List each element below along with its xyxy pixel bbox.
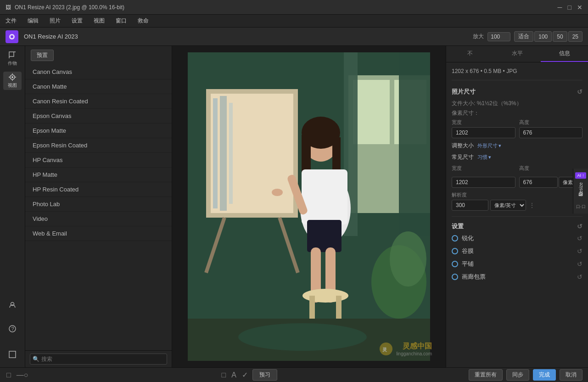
- preset-item-hp-resin-coated[interactable]: HP Resin Coated: [25, 182, 172, 197]
- minimize-btn[interactable]: ─: [558, 4, 562, 11]
- menu-photo[interactable]: 照片: [48, 16, 62, 26]
- preset-item-canon-canvas[interactable]: Canon Canvas: [25, 65, 172, 79]
- preset-item-video[interactable]: Video: [25, 212, 172, 226]
- menu-edit[interactable]: 编辑: [26, 16, 40, 26]
- setting-row-tile: 平铺 ↺: [452, 260, 582, 268]
- gallery-toggle[interactable]: [452, 274, 458, 280]
- tab-not[interactable]: 不: [446, 46, 493, 62]
- sharpen-reset[interactable]: ↺: [577, 235, 582, 242]
- preset-item-canon-resin-coated[interactable]: Canon Resin Coated: [25, 94, 172, 109]
- tile-label: 平铺: [462, 260, 573, 268]
- svg-point-1: [11, 35, 13, 38]
- zoom-input[interactable]: [487, 32, 510, 41]
- height-value-input[interactable]: [519, 177, 558, 188]
- crop-tool-label: 作物: [8, 60, 17, 67]
- settings-title: 设置 ↺: [452, 222, 582, 230]
- grain-label: 谷膜: [462, 247, 573, 255]
- sharpen-toggle[interactable]: [452, 235, 458, 242]
- svg-rect-33: [302, 169, 347, 225]
- fit-btn-25[interactable]: 25: [568, 31, 582, 42]
- search-input[interactable]: [30, 354, 167, 365]
- tab-info[interactable]: 信息: [541, 46, 588, 62]
- preset-item-epson-matte[interactable]: Epson Matte: [25, 124, 172, 138]
- preset-item-web-email[interactable]: Web & Email: [25, 226, 172, 241]
- bottom-grid-btn[interactable]: □: [221, 370, 227, 380]
- fit-btn-100[interactable]: 100: [534, 31, 552, 42]
- menu-view[interactable]: 视图: [92, 16, 106, 26]
- size-values-row: 像素: [452, 177, 582, 188]
- maximize-btn[interactable]: □: [568, 4, 571, 11]
- done-button[interactable]: 完成: [533, 369, 556, 381]
- user-icon-right[interactable]: 口-口: [576, 204, 586, 210]
- width-size-group: 宽度: [452, 165, 515, 173]
- image-area[interactable]: 灵 灵感中国 lingganchina.com: [172, 46, 446, 367]
- habit-dropdown[interactable]: 习惯 ▾: [477, 154, 491, 161]
- close-btn[interactable]: ✕: [577, 4, 582, 11]
- preset-item-canon-matte[interactable]: Canon Matte: [25, 79, 172, 94]
- menu-file[interactable]: 文件: [4, 16, 18, 26]
- frame-tool[interactable]: [3, 345, 22, 364]
- menu-settings[interactable]: 设置: [70, 16, 84, 26]
- fit-btn-adapt[interactable]: 适合: [514, 31, 533, 42]
- help-tool[interactable]: ?: [3, 320, 22, 338]
- tile-toggle[interactable]: [452, 261, 458, 267]
- svg-point-35: [272, 189, 283, 196]
- svg-point-6: [11, 76, 13, 78]
- height-input[interactable]: [519, 127, 583, 138]
- app-logo: [6, 30, 18, 43]
- cancel-button[interactable]: 取消: [560, 369, 582, 381]
- common-size-label: 常见尺寸: [452, 153, 474, 161]
- preset-panel: 预置 Canon Canvas Canon Matte Canon Resin …: [25, 46, 172, 367]
- bottom-text-btn[interactable]: A: [230, 370, 237, 380]
- bottom-frame-btn[interactable]: □: [6, 370, 12, 380]
- outer-size-dropdown[interactable]: 外形尺寸 ▾: [477, 142, 501, 149]
- fit-btn-50[interactable]: 50: [553, 31, 567, 42]
- resolution-input[interactable]: [452, 200, 488, 211]
- file-info-text: 1202 x 676 • 0.5 MB • JPG: [452, 68, 517, 74]
- preset-item-epson-canvas[interactable]: Epson Canvas: [25, 109, 172, 124]
- sync-button[interactable]: 同步: [506, 369, 529, 381]
- photo-size-reset[interactable]: ↺: [577, 88, 582, 96]
- file-size-label: 文件大小: %1½2位（%3%）: [452, 100, 582, 107]
- svg-rect-36: [307, 220, 342, 252]
- pixel-dimensions-row: 宽度 高度: [452, 119, 582, 138]
- bottom-check-btn[interactable]: ✓: [241, 370, 249, 380]
- preset-item-photo-lab[interactable]: Photo Lab: [25, 197, 172, 212]
- width-value-input[interactable]: [452, 177, 515, 188]
- height-label: 高度: [519, 119, 583, 126]
- resize-btn[interactable]: Resize: [578, 182, 583, 197]
- grain-toggle[interactable]: [452, 248, 458, 254]
- gallery-reset[interactable]: ↺: [577, 273, 582, 281]
- bottom-adjust-btn[interactable]: —○: [16, 370, 29, 380]
- setting-row-sharpen: 锐化 ↺: [452, 234, 582, 242]
- right-panel: 不 水平 信息 1202 x 676 • 0.5 MB • JPG 照片尺寸 ↺…: [446, 46, 588, 367]
- view-tool[interactable]: 视图: [3, 72, 22, 90]
- ai-badge: AI ↑: [575, 172, 586, 179]
- menu-bar: 文件 编辑 照片 设置 视图 窗口 救命: [0, 15, 588, 28]
- resolution-more[interactable]: ⋮: [528, 202, 536, 209]
- photo-size-section: 照片尺寸 ↺ 文件大小: %1½2位（%3%） 像素尺寸： 宽度 高度: [452, 88, 582, 211]
- width-input[interactable]: [452, 127, 515, 138]
- settings-reset[interactable]: ↺: [577, 223, 582, 230]
- zoom-label: 放大: [473, 33, 484, 40]
- preset-button[interactable]: 预置: [31, 50, 54, 61]
- window-controls[interactable]: ─ □ ✕: [558, 4, 582, 11]
- svg-rect-25: [229, 103, 233, 204]
- user-tool[interactable]: [3, 296, 22, 314]
- bottom-center: □ A ✓ 预习: [221, 369, 277, 381]
- grain-reset[interactable]: ↺: [577, 247, 582, 255]
- resolution-unit-select[interactable]: 像素/英寸: [490, 200, 526, 211]
- svg-rect-23: [213, 98, 218, 208]
- crop-tool[interactable]: 作物: [3, 50, 22, 68]
- tile-reset[interactable]: ↺: [577, 260, 582, 268]
- photo-size-title: 照片尺寸 ↺: [452, 88, 582, 96]
- menu-help[interactable]: 救命: [136, 16, 151, 26]
- preview-button[interactable]: 预习: [252, 369, 277, 381]
- preset-item-hp-canvas[interactable]: HP Canvas: [25, 153, 172, 168]
- preset-item-epson-resin-coated[interactable]: Epson Resin Coated: [25, 138, 172, 153]
- preset-item-hp-matte[interactable]: HP Matte: [25, 168, 172, 182]
- reset-all-button[interactable]: 重置所有: [469, 369, 503, 381]
- menu-window[interactable]: 窗口: [114, 16, 129, 26]
- tab-horizontal[interactable]: 水平: [493, 46, 541, 62]
- right-edge-panel: AI ↑ Resize 打印 口-口: [573, 169, 588, 213]
